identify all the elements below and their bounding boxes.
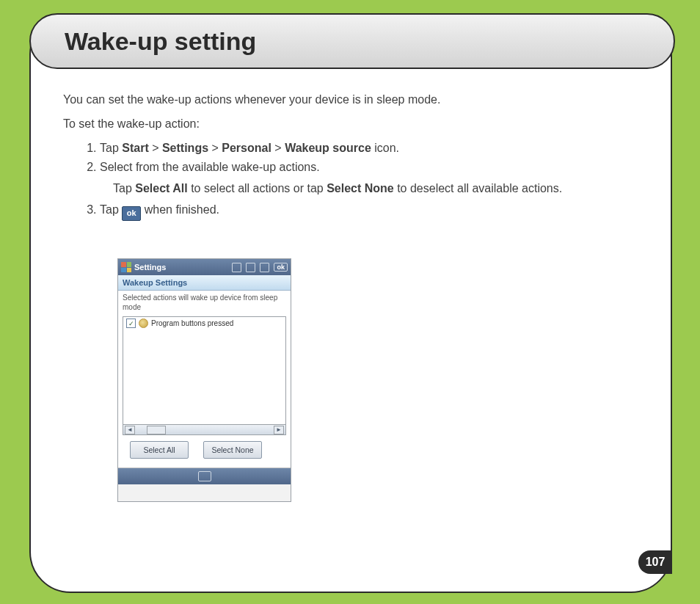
step-2-sub-b: to select all actions or tap xyxy=(188,182,327,194)
step-2-subtext: Tap Select All to select all actions or … xyxy=(100,180,638,198)
page-content: You can set the wake-up actions whenever… xyxy=(63,91,638,222)
select-none-button[interactable]: Select None xyxy=(203,441,262,459)
checkbox-icon[interactable]: ✓ xyxy=(126,319,136,328)
horizontal-scrollbar[interactable]: ◄ ► xyxy=(123,424,285,434)
scroll-right-arrow-icon[interactable]: ► xyxy=(274,426,284,434)
step-2-select-none: Select None xyxy=(327,182,394,194)
signal-icon xyxy=(246,263,255,272)
scroll-thumb[interactable] xyxy=(147,426,166,434)
manual-page-panel: Wake-up setting You can set the wake-up … xyxy=(29,13,672,593)
step-1-personal: Personal xyxy=(222,142,271,154)
start-flag-icon xyxy=(121,262,131,272)
volume-icon xyxy=(260,263,269,272)
page-number-badge: 107 xyxy=(638,550,672,574)
step-2-select-all: Select All xyxy=(135,182,187,194)
device-body: Selected actions will wake up device fro… xyxy=(118,291,291,468)
ok-icon: ok xyxy=(122,206,141,221)
device-titlebar: Settings ok xyxy=(118,259,291,275)
page-number: 107 xyxy=(646,556,666,569)
page-title: Wake-up setting xyxy=(65,27,256,56)
steps-list: Tap Start > Settings > Personal > Wakeup… xyxy=(63,139,638,221)
step-1: Tap Start > Settings > Personal > Wakeup… xyxy=(100,139,638,158)
step-1-gt2: > xyxy=(208,142,222,154)
wakeup-actions-list: ✓ Program buttons pressed ◄ ► xyxy=(123,316,286,435)
device-description: Selected actions will wake up device fro… xyxy=(123,294,286,312)
step-3-text-a: Tap xyxy=(100,203,122,216)
step-1-gt3: > xyxy=(271,142,285,154)
device-title-text: Settings xyxy=(134,263,166,272)
step-2-sub-c: to deselect all available actions. xyxy=(394,182,562,194)
program-button-icon xyxy=(139,319,148,328)
page-title-band: Wake-up setting xyxy=(29,13,675,69)
step-1-text-a: Tap xyxy=(100,142,122,154)
device-titlebar-right: ok xyxy=(232,263,288,272)
intro-line-1: You can set the wake-up actions whenever… xyxy=(63,91,638,109)
step-2-text: Select from the available wake-up action… xyxy=(100,161,320,173)
step-1-settings: Settings xyxy=(162,142,208,154)
step-1-gt1: > xyxy=(149,142,162,154)
step-2-sub-a: Tap xyxy=(113,182,135,194)
list-item-label: Program buttons pressed xyxy=(151,319,233,327)
connectivity-icon xyxy=(232,263,241,272)
device-subtitle-bar: Wakeup Settings xyxy=(118,275,291,291)
step-3: Tap ok when finished. xyxy=(100,201,638,221)
step-3-text-b: when finished. xyxy=(145,203,219,216)
keyboard-icon[interactable] xyxy=(198,471,211,481)
scroll-left-arrow-icon[interactable]: ◄ xyxy=(125,426,135,434)
step-2: Select from the available wake-up action… xyxy=(100,159,638,198)
device-bottom-bar xyxy=(118,468,291,484)
step-1-text-b: icon. xyxy=(371,142,399,154)
device-subtitle-text: Wakeup Settings xyxy=(123,278,187,287)
device-screenshot: Settings ok Wakeup Settings Selected act… xyxy=(117,258,291,502)
titlebar-ok-button[interactable]: ok xyxy=(274,263,288,272)
device-button-row: Select All Select None xyxy=(123,435,286,465)
intro-line-2: To set the wake-up action: xyxy=(63,115,638,134)
step-1-wakeup: Wakeup source xyxy=(285,142,371,154)
step-1-start: Start xyxy=(122,142,148,154)
select-all-button[interactable]: Select All xyxy=(130,441,189,459)
list-item[interactable]: ✓ Program buttons pressed xyxy=(123,317,285,330)
device-titlebar-left: Settings xyxy=(121,262,166,272)
